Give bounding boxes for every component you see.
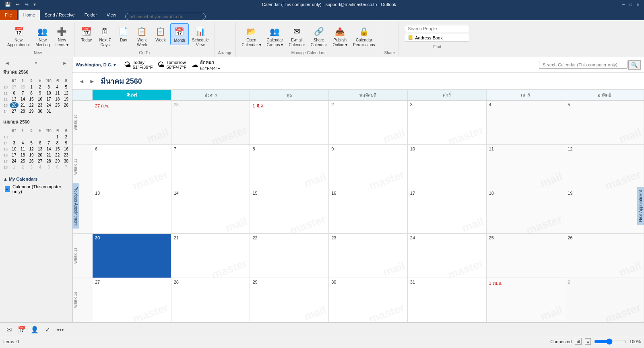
mini-cal-day[interactable]: 4 <box>36 164 45 170</box>
month-day-cell[interactable]: 13 <box>93 189 171 233</box>
tab-file[interactable]: File <box>0 10 17 20</box>
mini-cal-day[interactable] <box>36 134 45 140</box>
mini-cal-day[interactable]: 23 <box>36 102 45 108</box>
mail-nav-btn[interactable]: ✉ <box>3 324 14 336</box>
calendar-search-input[interactable] <box>539 61 627 69</box>
mini-cal-day[interactable]: 21 <box>44 152 53 158</box>
month-day-cell[interactable]: 26mail <box>565 234 644 278</box>
month-day-cell[interactable]: 31 <box>408 278 487 322</box>
mini-cal-next-btn[interactable]: ► <box>61 60 69 67</box>
mini-cal-day[interactable]: 6 <box>36 140 45 146</box>
mini-cal-day[interactable]: 27 <box>10 108 19 114</box>
mini-cal-day[interactable]: 18 <box>53 96 62 102</box>
mini-cal-day[interactable]: 10 <box>10 146 19 152</box>
calendar-search-button[interactable]: 🔍 <box>628 60 641 70</box>
publish-online-button[interactable]: 📤 PublishOnline ▾ <box>330 23 350 49</box>
mini-cal-day[interactable]: 19 <box>27 152 36 158</box>
month-day-cell[interactable]: 25 <box>487 234 566 278</box>
today-button[interactable]: 📆 Today <box>78 23 95 44</box>
view-icon-2[interactable]: ≡ <box>585 338 590 345</box>
month-day-cell[interactable]: 29mail <box>250 278 329 322</box>
month-day-cell[interactable]: 2mail <box>329 101 408 144</box>
zoom-slider[interactable] <box>594 339 626 344</box>
month-day-cell[interactable]: 16 <box>329 189 408 233</box>
search-people-input[interactable] <box>405 25 469 32</box>
month-day-cell[interactable]: 30master <box>329 278 408 322</box>
mini-cal-expand-btn[interactable]: ▼ <box>34 61 38 65</box>
mini-cal-day[interactable]: 27 <box>10 84 19 90</box>
previous-appointment-tab[interactable]: Previous Appointment <box>72 183 79 229</box>
address-book-button[interactable]: 📒 Address Book <box>405 34 469 41</box>
month-day-cell[interactable]: 10 <box>408 145 487 189</box>
month-day-cell[interactable]: 1 เม.ย.mail <box>487 278 566 322</box>
calendar-permissions-button[interactable]: 🔒 CalendarPermissions <box>351 23 377 49</box>
month-day-cell[interactable]: 2master <box>565 278 644 322</box>
tab-folder[interactable]: Folder <box>80 10 102 20</box>
mini-cal-day[interactable]: 30 <box>62 158 70 164</box>
mini-cal-day[interactable]: 4 <box>53 84 62 90</box>
month-day-cell[interactable]: 22 <box>250 234 329 278</box>
more-nav-btn[interactable]: ••• <box>55 324 66 336</box>
mini-cal-day[interactable]: 15 <box>27 96 36 102</box>
month-day-cell[interactable]: 4 <box>487 101 566 144</box>
mini-cal-day[interactable]: 1 <box>27 84 36 90</box>
mini-cal-day[interactable]: 28 <box>19 108 27 114</box>
mini-cal-day[interactable]: 2 <box>19 164 27 170</box>
mini-cal-day[interactable]: 1 <box>10 164 19 170</box>
month-day-cell[interactable]: 18master <box>487 189 566 233</box>
view-icon-1[interactable]: ⊞ <box>575 338 582 345</box>
mini-cal-day[interactable] <box>10 134 19 140</box>
minimize-btn[interactable]: ─ <box>621 2 626 7</box>
month-day-cell[interactable]: 1 มี.ค. <box>250 101 329 144</box>
month-day-cell[interactable]: 24master <box>408 234 487 278</box>
mini-cal-day[interactable]: 18 <box>19 152 27 158</box>
mini-cal-day[interactable]: 10 <box>44 90 53 96</box>
month-day-cell[interactable]: 28 <box>171 278 250 322</box>
mini-cal-day[interactable]: 8 <box>27 90 36 96</box>
mini-cal-day[interactable]: 7 <box>44 140 53 146</box>
calendar-checkbox[interactable]: ✓ <box>5 186 10 192</box>
mini-cal-day[interactable]: 6 <box>53 164 62 170</box>
month-day-cell[interactable]: 17mail <box>408 189 487 233</box>
mini-cal-day[interactable] <box>44 134 53 140</box>
save-qa-btn[interactable]: 💾 <box>3 1 12 8</box>
mini-cal-day[interactable]: 15 <box>53 146 62 152</box>
month-day-cell[interactable]: 8mail <box>250 145 329 189</box>
month-day-cell[interactable]: 20 <box>93 234 171 278</box>
weather-location[interactable]: Washington, D.C. ▾ <box>76 62 116 68</box>
mini-cal-day[interactable]: 31 <box>44 108 53 114</box>
mini-cal-day[interactable]: 22 <box>27 102 36 108</box>
restore-btn[interactable]: □ <box>628 2 634 7</box>
mini-cal-day[interactable]: 25 <box>19 158 27 164</box>
mini-cal-day[interactable]: 3 <box>27 164 36 170</box>
open-calendar-button[interactable]: 📂 OpenCalendar ▾ <box>239 23 263 49</box>
mini-cal-day[interactable]: 2 <box>36 84 45 90</box>
mini-cal-day[interactable]: 27 <box>36 158 45 164</box>
mini-cal-day[interactable]: 9 <box>62 140 70 146</box>
mini-cal-day[interactable]: 17 <box>44 96 53 102</box>
tell-me-input[interactable] <box>125 13 206 20</box>
mini-cal-day[interactable]: 5 <box>62 84 70 90</box>
month-day-cell[interactable]: 9master <box>329 145 408 189</box>
next-appointment-tab[interactable]: Next Appointment <box>637 187 644 225</box>
mini-cal-day[interactable]: 26 <box>62 102 70 108</box>
mini-cal-day[interactable]: 20 <box>36 152 45 158</box>
mini-cal-day[interactable]: 30 <box>36 108 45 114</box>
mini-cal-day[interactable]: 4 <box>19 140 27 146</box>
mini-cal-day[interactable]: 22 <box>53 152 62 158</box>
new-appointment-button[interactable]: 📅 NewAppointment <box>5 23 32 49</box>
mini-cal-day[interactable]: 5 <box>44 164 53 170</box>
contacts-nav-btn[interactable]: 👤 <box>29 324 40 336</box>
calendar-nav-btn[interactable]: 📅 <box>16 324 27 336</box>
prev-month-btn[interactable]: ◄ <box>76 77 87 85</box>
mini-cal-day[interactable]: 6 <box>10 90 19 96</box>
mini-cal-day[interactable]: 29 <box>27 108 36 114</box>
month-button[interactable]: 📅 Month <box>170 23 189 45</box>
mini-cal-day[interactable]: 14 <box>19 96 27 102</box>
mini-cal-day[interactable] <box>19 134 27 140</box>
mini-cal-day[interactable]: 13 <box>36 146 45 152</box>
mini-cal-day[interactable]: 12 <box>27 146 36 152</box>
next-month-btn[interactable]: ► <box>87 77 97 85</box>
mini-cal-day[interactable]: 3 <box>10 140 19 146</box>
mini-cal-day[interactable]: 24 <box>44 102 53 108</box>
